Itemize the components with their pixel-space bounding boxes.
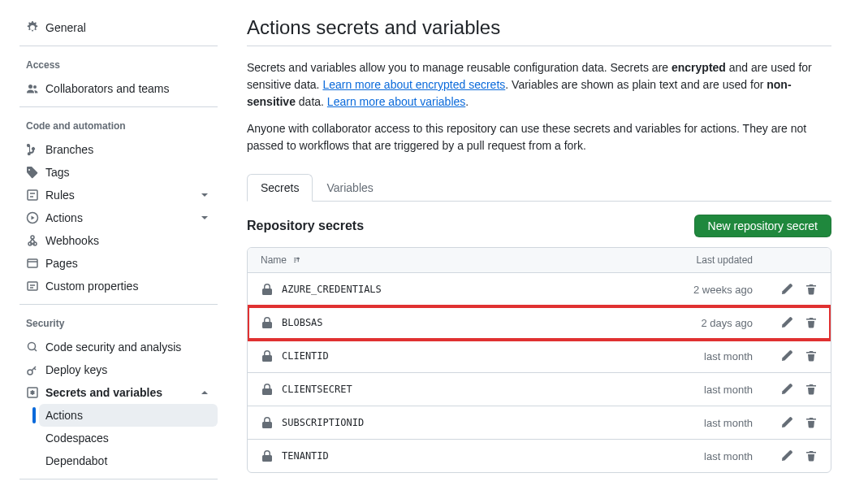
nav-deploy-keys[interactable]: Deploy keys xyxy=(19,358,218,381)
git-branch-icon xyxy=(26,143,39,156)
col-name-label: Name xyxy=(261,254,287,266)
link-encrypted-secrets[interactable]: Learn more about encrypted secrets xyxy=(322,78,505,91)
delete-icon[interactable] xyxy=(805,416,818,429)
delete-icon[interactable] xyxy=(805,449,818,462)
nav-tags[interactable]: Tags xyxy=(19,161,218,184)
secret-name-cell: BLOBSAS xyxy=(261,316,639,329)
edit-icon[interactable] xyxy=(780,316,793,329)
link-variables[interactable]: Learn more about variables xyxy=(327,95,465,108)
svg-point-4 xyxy=(31,236,34,239)
play-circle-icon xyxy=(26,211,39,224)
section-title: Repository secrets xyxy=(247,219,364,233)
people-icon xyxy=(26,82,39,95)
rules-icon xyxy=(26,189,39,202)
nav-label: Custom properties xyxy=(45,280,211,293)
subnav-label: Dependabot xyxy=(45,454,107,467)
subnav-actions[interactable]: Actions xyxy=(39,404,218,427)
section-header: Repository secrets New repository secret xyxy=(247,215,831,237)
tag-icon xyxy=(26,166,39,179)
desc-text: . xyxy=(465,95,469,108)
nav-label: Secrets and variables xyxy=(45,386,198,399)
delete-icon[interactable] xyxy=(805,316,818,329)
description-2: Anyone with collaborator access to this … xyxy=(247,120,831,154)
table-row: CLIENTSECRETlast month xyxy=(248,373,831,406)
tab-variables[interactable]: Variables xyxy=(313,174,386,202)
nav-collaborators[interactable]: Collaborators and teams xyxy=(19,77,218,100)
edit-icon[interactable] xyxy=(780,283,793,296)
chevron-down-icon xyxy=(198,189,211,202)
edit-icon[interactable] xyxy=(780,383,793,396)
edit-icon[interactable] xyxy=(780,449,793,462)
delete-icon[interactable] xyxy=(805,383,818,396)
nav-label: Actions xyxy=(45,211,198,224)
chevron-up-icon xyxy=(198,386,211,399)
nav-rules[interactable]: Rules xyxy=(19,184,218,206)
secret-name: CLIENTSECRET xyxy=(282,384,352,395)
nav-label: Rules xyxy=(45,189,198,202)
lock-icon xyxy=(261,316,274,329)
subnav-label: Actions xyxy=(45,409,211,422)
new-repository-secret-button[interactable]: New repository secret xyxy=(694,215,831,237)
nav-webhooks[interactable]: Webhooks xyxy=(19,229,218,252)
secret-name-cell: CLIENTSECRET xyxy=(261,383,639,396)
nav-label: Webhooks xyxy=(45,234,211,247)
secret-actions xyxy=(753,449,818,462)
shield-scan-icon xyxy=(26,341,39,354)
secret-actions xyxy=(753,416,818,429)
divider xyxy=(19,304,218,305)
delete-icon[interactable] xyxy=(805,349,818,362)
table-row: TENANTIDlast month xyxy=(248,440,831,472)
nav-pages[interactable]: Pages xyxy=(19,252,218,275)
table-row: BLOBSAS2 days ago xyxy=(248,306,831,340)
nav-label: Pages xyxy=(45,257,211,270)
nav-label: Branches xyxy=(45,143,211,156)
subnav-label: Codespaces xyxy=(45,432,109,445)
asterisk-icon xyxy=(26,386,39,399)
secret-name-cell: SUBSCRIPTIONID xyxy=(261,416,639,429)
subnav-dependabot[interactable]: Dependabot xyxy=(39,449,218,472)
settings-sidebar: General Access Collaborators and teams C… xyxy=(19,16,231,486)
lock-icon xyxy=(261,416,274,429)
nav-label: Collaborators and teams xyxy=(45,82,211,95)
divider xyxy=(19,46,218,46)
nav-custom-properties[interactable]: Custom properties xyxy=(19,275,218,297)
secret-updated: 2 days ago xyxy=(639,317,753,329)
secret-name-cell: AZURE_CREDENTIALS xyxy=(261,283,639,296)
secret-actions xyxy=(753,349,818,362)
secrets-subnav: Actions Codespaces Dependabot xyxy=(39,404,218,472)
table-row: AZURE_CREDENTIALS2 weeks ago xyxy=(248,273,831,306)
webhook-icon xyxy=(26,234,39,247)
table-row: SUBSCRIPTIONIDlast month xyxy=(248,406,831,440)
nav-branches[interactable]: Branches xyxy=(19,138,218,161)
properties-icon xyxy=(26,280,39,293)
chevron-down-icon xyxy=(198,211,211,224)
page-title: Actions secrets and variables xyxy=(247,16,831,39)
edit-icon[interactable] xyxy=(780,416,793,429)
nav-label: Tags xyxy=(45,166,211,179)
edit-icon[interactable] xyxy=(780,349,793,362)
secret-updated: last month xyxy=(639,384,753,396)
col-header-name[interactable]: Name xyxy=(261,254,639,266)
nav-code-security[interactable]: Code security and analysis xyxy=(19,336,218,358)
table-body: AZURE_CREDENTIALS2 weeks agoBLOBSAS2 day… xyxy=(248,273,831,472)
tabs: Secrets Variables xyxy=(247,174,831,202)
secret-updated: last month xyxy=(639,350,753,362)
gear-icon xyxy=(26,21,39,34)
sort-icon xyxy=(291,255,301,265)
lock-icon xyxy=(261,383,274,396)
group-heading-security: Security xyxy=(19,318,218,336)
desc-encrypted: encrypted xyxy=(672,61,726,74)
group-heading-access: Access xyxy=(19,59,218,77)
nav-label: Deploy keys xyxy=(45,363,211,376)
lock-icon xyxy=(261,349,274,362)
tab-secrets[interactable]: Secrets xyxy=(247,174,313,202)
lock-icon xyxy=(261,449,274,462)
nav-general[interactable]: General xyxy=(19,16,218,39)
nav-secrets-variables[interactable]: Secrets and variables xyxy=(19,381,218,404)
nav-actions[interactable]: Actions xyxy=(19,206,218,229)
delete-icon[interactable] xyxy=(805,283,818,296)
nav-label: Code security and analysis xyxy=(45,341,211,354)
svg-rect-5 xyxy=(28,259,37,267)
subnav-codespaces[interactable]: Codespaces xyxy=(39,427,218,449)
secret-name: CLIENTID xyxy=(282,350,329,362)
